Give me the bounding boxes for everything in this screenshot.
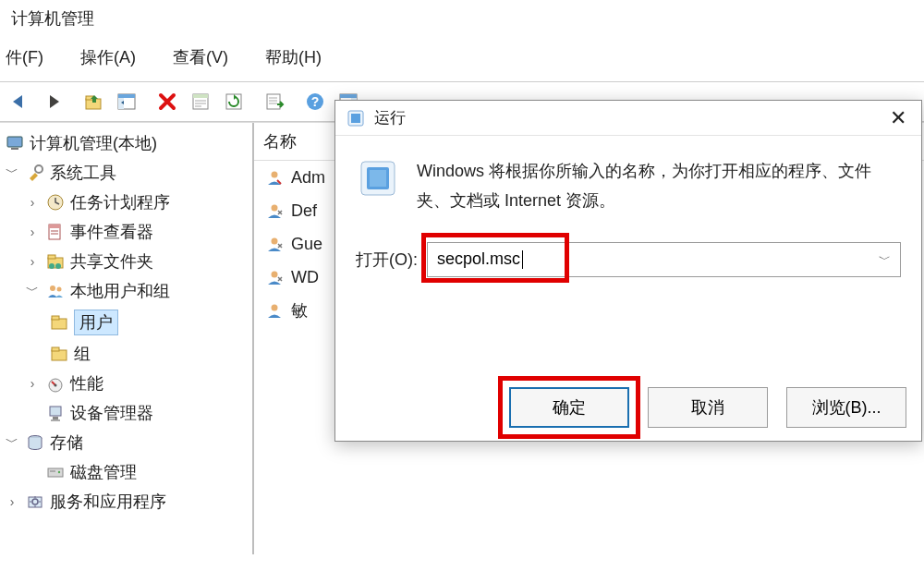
run-button-row: 确定 取消 浏览(B)... [509,387,906,428]
svg-point-33 [57,287,62,292]
svg-rect-42 [51,419,60,421]
svg-text:?: ? [311,94,320,109]
tree-system-tools[interactable]: ﹀ 系统工具 [4,158,249,188]
tree-label: 服务和应用程序 [50,491,166,513]
device-manager-icon [44,402,67,424]
tree-groups[interactable]: 组 [4,339,249,369]
disk-icon [44,461,67,483]
tree-label: 事件查看器 [70,221,153,243]
tree-storage[interactable]: ﹀ 存储 [4,428,249,457]
tree-label: 设备管理器 [70,402,153,424]
back-button[interactable] [4,86,35,117]
list-item-label: WD [291,268,319,287]
expander-icon[interactable]: ﹀ [4,164,20,181]
run-dialog: 运行 ✕ Windows 将根据你所输入的名称，为你打开相应的程序、文件夹、文档… [334,100,922,442]
tree-event-viewer[interactable]: › 事件查看器 [4,217,249,247]
close-button[interactable]: ✕ [884,106,912,130]
user-icon [263,166,286,188]
svg-rect-36 [52,350,67,360]
chevron-down-icon[interactable]: ﹀ [879,251,891,268]
tree-label: 任务计划程序 [70,191,170,213]
refresh-button[interactable] [218,86,249,117]
open-label: 打开(O): [356,249,418,271]
list-item-label: 敏 [291,299,308,322]
event-viewer-icon [44,221,67,243]
cancel-button[interactable]: 取消 [648,387,768,428]
tree-disk-management[interactable]: 磁盘管理 [4,457,249,487]
expander-icon[interactable]: › [24,376,41,391]
svg-point-39 [55,384,57,387]
svg-point-50 [272,205,278,212]
svg-rect-34 [52,319,67,329]
text-caret [522,250,523,269]
menu-file[interactable]: 件(F) [0,43,49,72]
tree-local-users-groups[interactable]: ﹀ 本地用户和组 [4,276,249,306]
list-item-label: Def [291,201,317,221]
svg-rect-11 [267,94,280,109]
performance-icon [44,372,67,395]
folder-icon [48,343,70,365]
computer-icon [4,132,26,154]
list-item-label: Adm [291,168,325,188]
tree-performance[interactable]: › 性能 [4,369,249,398]
export-list-button[interactable] [259,86,290,117]
up-level-button[interactable] [78,86,109,117]
ok-button[interactable]: 确定 [509,387,629,428]
svg-rect-41 [53,417,58,419]
open-combobox[interactable]: secpol.msc ﹀ [427,242,901,277]
tree-device-manager[interactable]: 设备管理器 [4,398,249,428]
svg-point-30 [49,263,55,269]
svg-rect-29 [48,255,55,259]
expander-icon[interactable]: › [24,225,41,239]
tools-icon [24,162,46,184]
tree-root[interactable]: 计算机管理(本地) [4,128,249,158]
menubar: 件(F) 操作(A) 查看(V) 帮助(H) [0,33,924,81]
window-title: 计算机管理 [0,0,924,33]
delete-button[interactable] [152,86,183,117]
tree-users[interactable]: 用户 [4,306,249,339]
svg-point-51 [272,238,278,245]
tree-label: 本地用户和组 [70,280,170,302]
help-button[interactable]: ? [299,86,331,117]
user-icon [263,266,286,288]
browse-button[interactable]: 浏览(B)... [786,387,906,428]
storage-icon [24,431,46,454]
expander-icon[interactable]: › [24,254,41,269]
run-body: Windows 将根据你所输入的名称，为你打开相应的程序、文件夹、文档或 Int… [335,136,921,286]
menu-action[interactable]: 操作(A) [75,43,141,72]
expander-icon[interactable]: ﹀ [24,283,41,299]
tree-shared-folders[interactable]: › 共享文件夹 [4,247,249,276]
svg-rect-21 [11,148,18,150]
svg-rect-35 [52,316,59,320]
svg-rect-3 [118,94,135,98]
show-hide-tree-button[interactable] [111,86,142,117]
shared-folder-icon [44,250,67,273]
services-icon [24,491,46,513]
tree-label: 共享文件夹 [70,250,153,273]
tree-label: 用户 [74,310,118,335]
tree-services-apps[interactable]: › 服务和应用程序 [4,487,249,516]
expander-icon[interactable]: › [4,494,20,509]
menu-view[interactable]: 查看(V) [167,43,234,72]
tree-pane: 计算机管理(本地) ﹀ 系统工具 › 任务计划程序 › 事件查看器 › [0,123,254,554]
tree-task-scheduler[interactable]: › 任务计划程序 [4,188,249,217]
user-icon [263,200,286,222]
svg-point-49 [272,172,278,178]
expander-icon[interactable]: ﹀ [4,434,20,451]
tree-label: 系统工具 [50,162,116,184]
run-icon [345,107,367,129]
menu-help[interactable]: 帮助(H) [260,43,327,72]
tree-label: 组 [74,343,91,365]
forward-button[interactable] [37,86,68,117]
properties-button[interactable] [185,86,216,117]
users-groups-icon [44,280,67,302]
expander-icon[interactable]: › [24,195,41,210]
tree-label: 磁盘管理 [70,461,137,483]
svg-point-32 [50,286,55,291]
svg-rect-6 [193,94,208,98]
folder-icon [48,311,70,334]
svg-point-22 [35,165,43,173]
svg-rect-55 [351,114,360,123]
tree-label: 存储 [50,431,83,454]
svg-point-52 [272,272,278,278]
